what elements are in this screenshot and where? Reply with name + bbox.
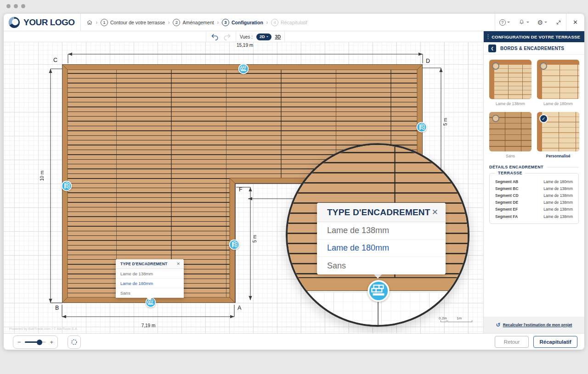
popup-option-lame-138[interactable]: Lame de 138mm bbox=[317, 222, 446, 240]
breadcrumb-step-4: 4 Récapitulatif bbox=[271, 19, 307, 26]
corner-a: A bbox=[237, 305, 241, 311]
dim-inner: 5 m bbox=[252, 235, 257, 243]
view-2d-label: 2D bbox=[260, 34, 265, 39]
zoom-slider-knob[interactable] bbox=[37, 340, 42, 345]
edge-encadrement-icon-left[interactable] bbox=[61, 180, 72, 191]
segment-row: Segment AB Lame de 180mm bbox=[494, 178, 574, 185]
traffic-dot[interactable] bbox=[14, 4, 18, 8]
option-lame-180[interactable]: Lame de 180mm bbox=[537, 60, 579, 106]
breadcrumb-step-3-active[interactable]: 3 Configuration bbox=[222, 19, 263, 26]
help-icon: ? bbox=[499, 19, 506, 26]
gear-icon: ⚙ bbox=[537, 19, 543, 26]
popup-option-lame-180[interactable]: Lame de 180mm bbox=[116, 279, 184, 288]
edge-encadrement-icon-inner[interactable] bbox=[229, 239, 240, 250]
option-thumbnail bbox=[489, 112, 531, 151]
close-icon[interactable]: ✕ bbox=[176, 262, 180, 266]
home-icon[interactable] bbox=[86, 19, 93, 26]
scale-large-label: 1m bbox=[457, 316, 462, 320]
step-label: Configuration bbox=[232, 20, 263, 25]
popup-option-lame-138[interactable]: Lame de 138mm bbox=[116, 269, 184, 279]
option-sans[interactable]: Sans bbox=[489, 112, 531, 158]
segment-row: Segment DE Lame de 138mm bbox=[494, 199, 574, 206]
option-personnalise-selected[interactable]: ✓ Personnalisé bbox=[537, 112, 579, 158]
popup-title: TYPE D'ENCADREMENT bbox=[120, 262, 167, 266]
chevron-down-icon bbox=[526, 22, 529, 24]
terrace-canvas[interactable]: 15,19 m 10 m 5 m 5 m 7,19 m C D B A F bbox=[4, 42, 483, 333]
segment-value: Lame de 138mm bbox=[543, 200, 573, 205]
terrasse-segment-list: TERRASSE Segment AB Lame de 180mm Segmen… bbox=[489, 173, 579, 224]
magnified-edge-encadrement-icon[interactable] bbox=[367, 279, 390, 302]
segment-value: Lame de 138mm bbox=[543, 214, 573, 219]
traffic-dot[interactable] bbox=[6, 4, 11, 8]
window-traffic-lights bbox=[6, 4, 25, 8]
encadrement-type-popup: TYPE D'ENCADREMENT ✕ Lame de 138mm Lame … bbox=[116, 259, 184, 298]
view-3d-button[interactable]: 3D bbox=[275, 34, 281, 39]
option-thumbnail bbox=[489, 60, 531, 99]
view-2d-button[interactable]: 2D bbox=[256, 33, 271, 40]
undo-button[interactable] bbox=[210, 33, 219, 40]
divider bbox=[284, 31, 285, 42]
segment-value: Lame de 138mm bbox=[543, 207, 573, 212]
group-title: TERRASSE bbox=[495, 171, 525, 175]
zoom-slider[interactable] bbox=[25, 341, 46, 343]
settings-menu-button[interactable]: ⚙ bbox=[533, 19, 552, 26]
magnifier-inset: TYPE D'ENCADREMENT ✕ Lame de 138mm Lame … bbox=[286, 143, 469, 327]
segment-row: Segment BC Lame de 138mm bbox=[494, 185, 574, 192]
popup-option-lame-180[interactable]: Lame de 180mm bbox=[317, 240, 446, 257]
close-icon[interactable]: ✕ bbox=[432, 207, 438, 217]
dim-bottom: 7,19 m bbox=[121, 323, 176, 328]
back-chevron-button[interactable]: ❮ bbox=[488, 45, 496, 52]
step-number: 1 bbox=[101, 19, 108, 26]
segment-name: Segment CD bbox=[495, 193, 519, 198]
popup-option-sans[interactable]: Sans bbox=[317, 257, 446, 274]
segment-name: Segment DE bbox=[495, 200, 518, 205]
powered-by-text: Powered by BatiTrade.com / © AlloTools S… bbox=[9, 327, 78, 331]
corner-b: B bbox=[55, 305, 59, 311]
step-number: 4 bbox=[271, 19, 278, 26]
redo-button[interactable] bbox=[223, 33, 232, 40]
option-thumbnail bbox=[537, 60, 579, 99]
popup-title: TYPE D'ENCADREMENT bbox=[327, 207, 430, 218]
option-label: Personnalisé bbox=[537, 154, 579, 158]
encadrement-options-grid: Lame de 138mm Lame de 180mm bbox=[484, 55, 584, 160]
logo: YOUR LOGO bbox=[4, 14, 81, 31]
breadcrumb-step-2[interactable]: 2 Aménagement bbox=[173, 19, 214, 26]
traffic-dot[interactable] bbox=[21, 4, 25, 8]
segment-row: Segment EF Lame de 138mm bbox=[494, 206, 574, 213]
sidebar-section-header: ❮ BORDS & ENCADREMENTS bbox=[484, 42, 584, 55]
option-lame-138[interactable]: Lame de 138mm bbox=[489, 60, 531, 106]
recapitulatif-button[interactable]: Récapitulatif bbox=[533, 336, 577, 348]
divider bbox=[236, 31, 236, 42]
notifications-menu-button[interactable] bbox=[514, 19, 533, 26]
recenter-button[interactable] bbox=[68, 335, 81, 349]
zoom-out-button[interactable]: − bbox=[17, 339, 21, 345]
help-menu-button[interactable]: ? bbox=[495, 19, 514, 26]
breadcrumb-step-1[interactable]: 1 Contour de votre terrasse bbox=[101, 19, 165, 26]
recalculate-link[interactable]: Recalculer l'estimation de mon projet bbox=[503, 323, 572, 327]
chevron-down-icon bbox=[544, 22, 547, 24]
option-label: Lame de 180mm bbox=[537, 101, 579, 106]
zoom-in-button[interactable]: + bbox=[50, 339, 53, 345]
zoom-slider-fill bbox=[25, 341, 38, 343]
chevron-down-icon bbox=[507, 22, 510, 24]
back-button[interactable]: Retour bbox=[495, 336, 529, 348]
breadcrumb-separator: › bbox=[168, 19, 170, 25]
step-label: Contour de votre terrasse bbox=[110, 20, 165, 25]
corner-c: C bbox=[53, 57, 57, 63]
segment-name: Segment AB bbox=[495, 179, 518, 184]
edge-encadrement-icon-right[interactable] bbox=[416, 122, 427, 133]
edge-encadrement-icon-top[interactable] bbox=[238, 63, 249, 74]
sidebar: CONFIGURATION DE VOTRE TERRASSE ❮ BORDS … bbox=[483, 31, 584, 333]
fullscreen-button[interactable] bbox=[551, 19, 566, 26]
magnifier-corner-icon bbox=[540, 62, 547, 70]
breadcrumb-separator: › bbox=[266, 19, 268, 25]
logo-text: YOUR LOGO bbox=[23, 17, 75, 28]
section-title: BORDS & ENCADREMENTS bbox=[500, 46, 564, 51]
segment-row: Segment CD Lame de 138mm bbox=[494, 192, 574, 199]
step-label: Aménagement bbox=[182, 20, 214, 25]
corner-f: F bbox=[239, 186, 243, 193]
close-icon[interactable]: ✕ bbox=[566, 19, 584, 26]
step-number: 3 bbox=[222, 19, 229, 26]
divider bbox=[206, 31, 206, 42]
option-label: Sans bbox=[489, 154, 531, 158]
